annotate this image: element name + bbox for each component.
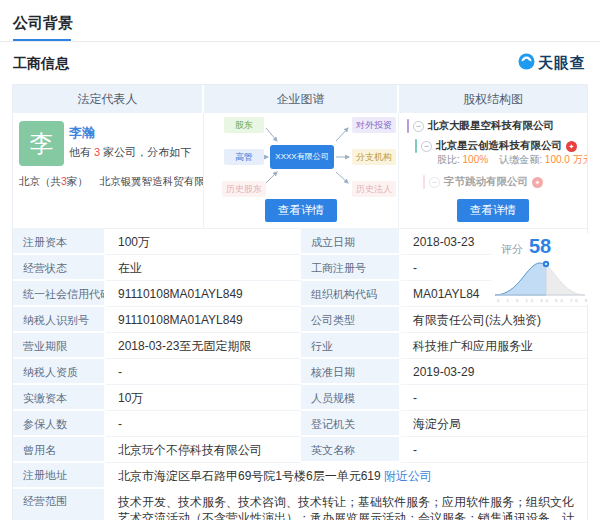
field-value: 2018-03-23至无固定期限 xyxy=(106,333,301,359)
widget-content-row: 李 李瀚 他有 3 家公司，分布如下 北京（共3家）北京银翼智造科贸有限...等 xyxy=(13,113,587,229)
field-value: 科技推广和应用服务业 xyxy=(401,333,587,359)
field-value: 2019-03-29 xyxy=(401,359,587,385)
equity-row-2-detail: 股比: 100% 认缴金额: 100.0 万元 xyxy=(437,153,587,167)
equity-view-details-button[interactable]: 查看详情 xyxy=(457,199,529,222)
graph-node-executives[interactable]: 高管 xyxy=(224,149,264,165)
business-info-card: 法定代表人 企业图谱 股权结构图 李 李瀚 他有 3 家公司，分布如下 北京（共… xyxy=(12,84,588,520)
field-label: 曾用名 xyxy=(13,437,106,463)
field-value: 北京玩个不停科技有限公司 xyxy=(106,437,301,463)
field-value: - xyxy=(106,359,301,385)
tianyancha-logo-text: 天眼查 xyxy=(538,54,586,73)
collapse-icon[interactable]: − xyxy=(421,141,432,152)
tree-bar xyxy=(407,119,409,133)
tianyancha-logo[interactable]: 天眼查 xyxy=(518,53,586,74)
nearby-companies-link[interactable]: 附近公司 xyxy=(384,469,432,483)
field-label: 经营状态 xyxy=(13,255,106,281)
ratio-label: 股比: xyxy=(437,154,460,165)
company-logo-icon: ✦ xyxy=(566,141,577,152)
address-text: 北京市海淀区阜石路甲69号院1号楼6层一单元619 xyxy=(118,469,381,483)
field-value: 100万 xyxy=(106,229,301,255)
tree-bar xyxy=(423,175,425,189)
field-label: 参保人数 xyxy=(13,411,106,437)
field-label: 注册资本 xyxy=(13,229,106,255)
field-value: 91110108MA01AYL849 xyxy=(106,307,301,333)
graph-view-details-button[interactable]: 查看详情 xyxy=(265,199,337,222)
amount-value: 100.0 万元 xyxy=(545,154,587,165)
graph-node-history-shareholders[interactable]: 历史股东 xyxy=(222,181,266,197)
equity-structure-cell: − 北京大眼星空科技有限公司 − 北京星云创造科技有限公司 ✦ 股比: 100%… xyxy=(399,113,587,229)
field-value: - xyxy=(401,385,587,411)
score-axis-ticks: 0 1 5 10 30 50 70 90 100 xyxy=(497,298,589,303)
tab-company-background[interactable]: 公司背景 xyxy=(13,14,73,33)
legal-representative-cell: 李 李瀚 他有 3 家公司，分布如下 北京（共3家）北京银翼智造科贸有限...等 xyxy=(13,113,204,229)
company-logo-icon: ✦ xyxy=(532,177,543,188)
graph-node-center-company[interactable]: XXXX有限公司 xyxy=(270,145,334,169)
ratio-value: 100% xyxy=(463,154,489,165)
field-label: 公司类型 xyxy=(301,307,401,333)
field-label: 纳税人资质 xyxy=(13,359,106,385)
equity-company-link[interactable]: 字节跳动有限公司 xyxy=(444,175,528,189)
legal-rep-summary: 他有 3 家公司，分布如下 xyxy=(69,145,191,160)
section-title-business-info: 工商信息 xyxy=(13,55,69,73)
field-label: 工商注册号 xyxy=(301,255,401,281)
enterprise-graph-cell: 股东 高管 历史股东 XXXX有限公司 对外投资 分支机构 历史法人 查看详情 xyxy=(204,113,399,229)
collapse-icon[interactable]: − xyxy=(413,121,424,132)
field-label: 组织机构代码 xyxy=(301,281,401,307)
field-value: 海淀分局 xyxy=(401,411,587,437)
region-company-list[interactable]: 北京银翼智造科贸有限...等 xyxy=(100,175,204,187)
address-label: 注册地址 xyxy=(13,463,106,489)
header-legal-representative: 法定代表人 xyxy=(13,85,204,113)
summary-suffix: 家公司，分布如下 xyxy=(100,146,191,158)
field-label: 实缴资本 xyxy=(13,385,106,411)
legal-rep-name-link[interactable]: 李瀚 xyxy=(69,124,95,142)
graph-node-shareholders[interactable]: 股东 xyxy=(224,117,264,133)
field-label: 纳税人识别号 xyxy=(13,307,106,333)
company-background-page: 公司背景 工商信息 天眼查 法定代表人 企业图谱 股权结构图 李 李瀚 他有 3… xyxy=(0,0,600,520)
scope-text: 技术开发、技术服务、技术咨询、技术转让；基础软件服务；应用软件服务；组织文化艺术… xyxy=(118,495,574,520)
field-value: - xyxy=(106,411,301,437)
scope-value: 技术开发、技术服务、技术咨询、技术转让；基础软件服务；应用软件服务；组织文化艺术… xyxy=(106,489,587,520)
widget-column-headers: 法定代表人 企业图谱 股权结构图 xyxy=(13,85,587,113)
graph-node-branches[interactable]: 分支机构 xyxy=(352,149,396,165)
equity-company-link[interactable]: 北京大眼星空科技有限公司 xyxy=(428,119,554,133)
equity-row-3: − 字节跳动有限公司 ✦ xyxy=(423,175,543,189)
business-scope-row: 经营范围 技术开发、技术服务、技术咨询、技术转让；基础软件服务；应用软件服务；组… xyxy=(13,489,587,520)
field-value: 91110108MA01AYL849 xyxy=(106,281,301,307)
field-label: 人员规模 xyxy=(301,385,401,411)
field-value: - xyxy=(401,437,587,463)
address-row: 注册地址 北京市海淀区阜石路甲69号院1号楼6层一单元619 附近公司 xyxy=(13,463,587,489)
region-suffix: 家） xyxy=(67,175,88,187)
address-value: 北京市海淀区阜石路甲69号院1号楼6层一单元619 附近公司 xyxy=(106,463,587,489)
region-prefix: 北京（共 xyxy=(19,175,61,187)
graph-node-history-legal[interactable]: 历史法人 xyxy=(352,181,396,197)
summary-prefix: 他有 xyxy=(69,146,94,158)
equity-row-2: − 北京星云创造科技有限公司 ✦ xyxy=(415,139,577,153)
company-score-widget: 评分 58 0 1 5 10 30 50 70 90 100 xyxy=(491,233,589,305)
field-label: 核准日期 xyxy=(301,359,401,385)
field-value: 在业 xyxy=(106,255,301,281)
graph-node-outbound-investment[interactable]: 对外投资 xyxy=(352,117,396,133)
header-equity-structure: 股权结构图 xyxy=(399,85,587,113)
equity-row-1: − 北京大眼星空科技有限公司 xyxy=(407,119,554,133)
tree-bar xyxy=(415,139,417,153)
collapse-icon[interactable]: − xyxy=(429,177,440,188)
field-value: 10万 xyxy=(106,385,301,411)
tianyancha-eye-icon xyxy=(518,53,535,74)
field-label: 统一社会信用代码 xyxy=(13,281,106,307)
legal-rep-region-line: 北京（共3家）北京银翼智造科贸有限...等 xyxy=(19,175,204,189)
field-label: 成立日期 xyxy=(301,229,401,255)
score-distribution-curve: 0 1 5 10 30 50 70 90 100 xyxy=(491,255,589,305)
field-value: 有限责任公司(法人独资) xyxy=(401,307,587,333)
field-label: 营业期限 xyxy=(13,333,106,359)
field-label: 行业 xyxy=(301,333,401,359)
avatar: 李 xyxy=(19,121,64,166)
header-divider xyxy=(0,41,600,42)
equity-company-link[interactable]: 北京星云创造科技有限公司 xyxy=(436,139,562,153)
header-enterprise-graph: 企业图谱 xyxy=(204,85,399,113)
field-label: 登记机关 xyxy=(301,411,401,437)
amount-label: 认缴金额: xyxy=(499,154,542,165)
scope-label: 经营范围 xyxy=(13,489,106,520)
field-label: 英文名称 xyxy=(301,437,401,463)
